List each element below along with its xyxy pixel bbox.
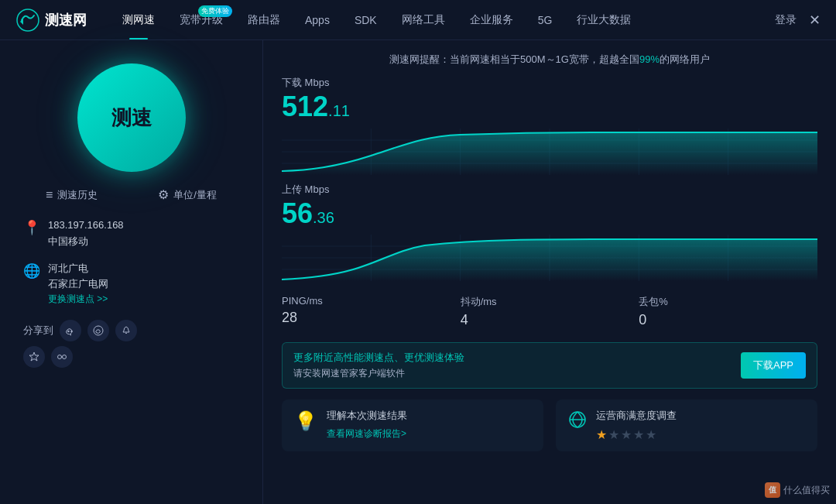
svg-point-7 <box>63 355 67 359</box>
share-row: 分享到 <box>15 320 247 341</box>
diagnose-link[interactable]: 查看网速诊断报告> <box>327 427 407 441</box>
change-server-link[interactable]: 更换测速点 >> <box>48 293 239 306</box>
nav-item-enterprise[interactable]: 企业服务 <box>457 9 526 32</box>
ip-info-content: 183.197.166.168 中国移动 <box>48 218 239 250</box>
star-5[interactable]: ★ <box>646 427 656 442</box>
location-pin-icon: 📍 <box>23 219 40 236</box>
share-icons-bottom <box>15 346 247 368</box>
close-button[interactable]: ✕ <box>809 12 821 29</box>
promo-desc: 请安装网速管家客户端软件 <box>293 367 733 380</box>
packetloss-label: 丢包% <box>639 295 817 309</box>
notice-highlight: 99% <box>639 53 660 65</box>
right-panel: 测速网提醒：当前网速相当于500M～1G宽带，超越全国99%的网络用户 下载 M… <box>263 40 836 504</box>
ping-label: PING/ms <box>282 295 461 307</box>
lightbulb-icon: 💡 <box>294 410 317 432</box>
main-content: 测速 ≡ 测速历史 ⚙ 单位/量程 📍 183.197.166.168 中国移动… <box>0 40 836 504</box>
upload-chart <box>282 235 817 281</box>
promo-text: 更多附近高性能测速点、更优测速体验 请安装网速管家客户端软件 <box>293 351 733 380</box>
share-wechat[interactable] <box>60 320 81 341</box>
ip-address: 183.197.166.168 <box>48 218 239 234</box>
svg-point-6 <box>58 355 62 359</box>
info-section: 📍 183.197.166.168 中国移动 🌐 河北广电 石家庄广电网 更换测… <box>15 218 247 317</box>
nav-right: 登录 ✕ <box>775 12 821 29</box>
logo-icon <box>15 8 40 33</box>
history-label: 测速历史 <box>57 188 98 202</box>
promo-bar: 更多附近高性能测速点、更优测速体验 请安装网速管家客户端软件 下载APP <box>282 342 817 389</box>
nav-item-network-tools[interactable]: 网络工具 <box>389 9 457 32</box>
share-link[interactable] <box>51 346 73 368</box>
watermark-text: 什么值得买 <box>783 484 830 497</box>
notice-suffix: 的网络用户 <box>660 53 710 65</box>
watermark: 值 什么值得买 <box>765 482 830 498</box>
survey-title: 运营商满意度调查 <box>596 409 677 423</box>
diagnose-title: 理解本次测速结果 <box>327 409 407 423</box>
isp-name: 中国移动 <box>48 234 239 250</box>
download-value: 512.11 <box>282 91 817 122</box>
location-detail: 石家庄广电网 <box>48 276 239 293</box>
history-button[interactable]: ≡ 测速历史 <box>46 187 98 202</box>
logo[interactable]: 测速网 <box>15 8 87 33</box>
settings-icon: ⚙ <box>158 187 169 202</box>
nav-item-sdk[interactable]: SDK <box>342 9 389 31</box>
nav-item-router[interactable]: 路由器 <box>235 9 293 32</box>
nav-badge: 免费体验 <box>198 5 232 17</box>
nav-item-upgrade[interactable]: 免费体验 宽带升级 <box>167 9 235 32</box>
packetloss-stat: 丢包% 0 <box>639 295 817 328</box>
test-speed-button[interactable]: 测速 <box>77 63 186 172</box>
notice-bar: 测速网提醒：当前网速相当于500M～1G宽带，超越全国99%的网络用户 <box>282 53 817 67</box>
ping-stat: PING/ms 28 <box>282 295 461 328</box>
ping-value: 28 <box>282 310 461 326</box>
settings-button[interactable]: ⚙ 单位/量程 <box>158 187 217 202</box>
share-star[interactable] <box>23 346 45 368</box>
download-app-button[interactable]: 下载APP <box>741 352 806 379</box>
download-label: 下载 Mbps <box>282 76 817 90</box>
download-chart <box>282 129 817 175</box>
login-button[interactable]: 登录 <box>775 13 797 27</box>
stats-row: PING/ms 28 抖动/ms 4 丢包% 0 <box>282 295 817 328</box>
star-1[interactable]: ★ <box>596 427 607 442</box>
promo-title: 更多附近高性能测速点、更优测速体验 <box>293 351 733 365</box>
ip-info-row: 📍 183.197.166.168 中国移动 <box>23 218 239 250</box>
nav-item-5g[interactable]: 5G <box>526 9 565 31</box>
jitter-stat: 抖动/ms 4 <box>461 295 639 328</box>
bottom-cards: 💡 理解本次测速结果 查看网速诊断报告> 运营商满意度调查 <box>282 399 817 451</box>
upload-label: 上传 Mbps <box>282 183 817 197</box>
settings-label: 单位/量程 <box>173 188 217 202</box>
survey-card[interactable]: 运营商满意度调查 ★ ★ ★ ★ ★ <box>556 399 817 451</box>
diagnose-card[interactable]: 💡 理解本次测速结果 查看网速诊断报告> <box>282 399 543 451</box>
svg-marker-5 <box>29 352 39 361</box>
star-3[interactable]: ★ <box>621 427 632 442</box>
region-name: 河北广电 <box>48 261 239 277</box>
star-rating: ★ ★ ★ ★ ★ <box>596 427 677 442</box>
star-4[interactable]: ★ <box>633 427 644 442</box>
location-info-row: 🌐 河北广电 石家庄广电网 更换测速点 >> <box>23 261 239 307</box>
history-icon: ≡ <box>46 188 53 202</box>
download-metric: 下载 Mbps 512.11 <box>282 76 817 122</box>
watermark-icon: 值 <box>765 482 780 498</box>
action-row: ≡ 测速历史 ⚙ 单位/量程 <box>15 187 247 202</box>
nav-item-testspeed[interactable]: 测网速 <box>110 9 167 32</box>
svg-point-4 <box>94 326 103 335</box>
logo-text: 测速网 <box>45 11 87 29</box>
jitter-value: 4 <box>461 312 639 328</box>
upload-metric: 上传 Mbps 56.36 <box>282 183 817 229</box>
share-weibo[interactable] <box>87 320 109 341</box>
test-speed-label: 测速 <box>111 105 152 132</box>
globe-icon: 🌐 <box>23 262 40 279</box>
share-label: 分享到 <box>23 324 53 338</box>
share-notification[interactable] <box>115 320 137 341</box>
notice-text: 测速网提醒：当前网速相当于500M～1G宽带，超越全国 <box>389 53 639 65</box>
upload-value: 56.36 <box>282 198 817 229</box>
packetloss-value: 0 <box>639 312 817 328</box>
diagnose-card-content: 理解本次测速结果 查看网速诊断报告> <box>327 409 407 441</box>
svg-point-2 <box>67 331 69 332</box>
star-2[interactable]: ★ <box>608 427 619 442</box>
nav-items: 测网速 免费体验 宽带升级 路由器 Apps SDK 网络工具 企业服务 5G … <box>110 9 775 32</box>
location-info-content: 河北广电 石家庄广电网 更换测速点 >> <box>48 261 239 307</box>
jitter-label: 抖动/ms <box>461 295 639 309</box>
nav-item-apps[interactable]: Apps <box>293 9 342 31</box>
nav-item-bigdata[interactable]: 行业大数据 <box>564 9 643 32</box>
survey-card-content: 运营商满意度调查 ★ ★ ★ ★ ★ <box>596 409 677 442</box>
navigation: 测速网 测网速 免费体验 宽带升级 路由器 Apps SDK 网络工具 企业服务… <box>0 0 836 40</box>
network-icon <box>568 410 587 434</box>
